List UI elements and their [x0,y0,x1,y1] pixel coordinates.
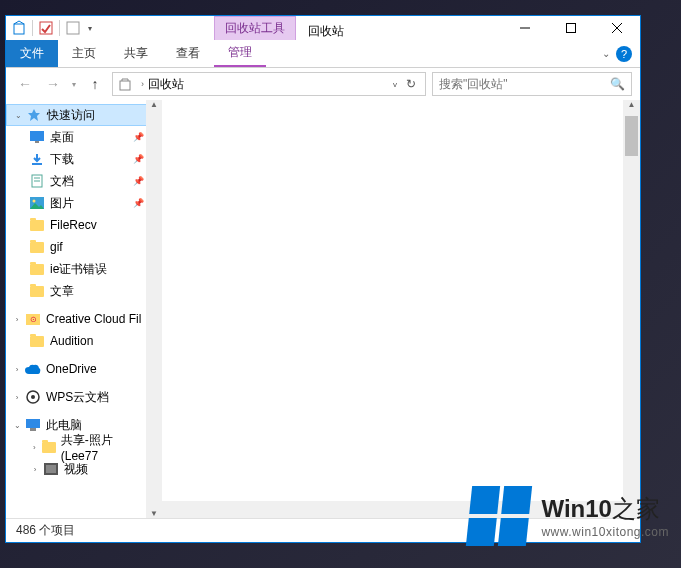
qat-customize-icon[interactable]: ▾ [84,24,96,33]
tree-article[interactable]: 文章 [6,280,162,302]
help-icon[interactable]: ? [616,46,632,62]
svg-point-15 [33,200,36,203]
tree-label: Creative Cloud Fil [46,312,141,326]
pin-icon: 📌 [133,132,144,142]
folder-icon [28,217,46,233]
address-bar[interactable]: › 回收站 v ↻ [112,72,426,96]
contextual-tool-tab: 回收站工具 [214,16,296,40]
minimize-button[interactable] [502,16,548,40]
expand-ribbon-icon[interactable]: ⌄ [602,48,610,59]
svg-rect-0 [14,24,24,34]
expand-icon[interactable]: › [10,393,24,402]
tree-label: Audition [50,334,93,348]
pin-icon: 📌 [133,198,144,208]
tree-label: ie证书错误 [50,261,107,278]
tree-label: OneDrive [46,362,97,376]
svg-rect-7 [120,81,130,90]
tree-quick-access[interactable]: ⌄ 快速访问 [6,104,162,126]
tree-audition[interactable]: Audition [6,330,162,352]
nav-history-icon[interactable]: ▾ [72,80,76,89]
tree-label: 视频 [64,461,88,478]
address-row: ← → ▾ ↑ › 回收站 v ↻ 🔍 [6,68,640,100]
tree-wps[interactable]: › WPS云文档 [6,386,162,408]
svg-rect-4 [567,24,576,33]
nav-forward-button[interactable]: → [42,73,64,95]
svg-rect-19 [30,428,36,431]
folder-icon [28,283,46,299]
content-area[interactable] [162,100,640,518]
folder-icon [28,261,46,277]
address-location[interactable]: 回收站 [148,76,393,93]
tree-label: 文档 [50,173,74,190]
maximize-button[interactable] [548,16,594,40]
refresh-button[interactable]: ↻ [401,77,421,91]
scrollbar-thumb[interactable] [625,116,638,156]
search-box[interactable]: 🔍 [432,72,632,96]
svg-rect-18 [26,419,40,428]
separator [32,20,33,36]
quick-access-toolbar: ▾ [6,19,96,37]
tree-pictures[interactable]: 图片 📌 [6,192,162,214]
expand-icon[interactable]: › [10,315,24,324]
close-button[interactable] [594,16,640,40]
windows-logo-icon [466,486,532,546]
qat-blank-icon[interactable] [64,19,82,37]
folder-icon [28,333,46,349]
nav-up-button[interactable]: ↑ [84,73,106,95]
collapse-icon[interactable]: ⌄ [11,111,25,120]
wps-icon [24,389,42,405]
tab-manage[interactable]: 管理 [214,40,266,67]
search-input[interactable] [439,77,610,91]
tree-label: 快速访问 [47,107,95,124]
video-icon [42,461,60,477]
watermark-title: Win10之家 [541,493,669,525]
tree-filerecv[interactable]: FileRecv [6,214,162,236]
window-title: 回收站 [296,23,356,40]
pc-icon [24,417,42,433]
tree-label: 共享-照片 (Lee77 [61,432,144,463]
recycle-bin-icon[interactable] [10,19,28,37]
svg-rect-2 [67,22,79,34]
onedrive-icon [24,361,42,377]
tree-label: 下载 [50,151,74,168]
tree-documents[interactable]: 文档 📌 [6,170,162,192]
folder-icon [28,239,46,255]
tab-home[interactable]: 主页 [58,40,110,67]
tree-desktop[interactable]: 桌面 📌 [6,126,162,148]
tree-scrollbar[interactable] [146,100,162,518]
tree-onedrive[interactable]: › OneDrive [6,358,162,380]
address-dropdown-icon[interactable]: v [393,80,397,89]
tree-downloads[interactable]: 下载 📌 [6,148,162,170]
tree-creative-cloud[interactable]: › ⊙ Creative Cloud Fil [6,308,162,330]
chevron-right-icon[interactable]: › [141,79,144,89]
tree-label: WPS云文档 [46,389,109,406]
recycle-bin-icon [117,76,133,92]
expand-icon[interactable]: › [28,443,41,452]
documents-icon [28,173,46,189]
tab-view[interactable]: 查看 [162,40,214,67]
tab-file[interactable]: 文件 [6,40,58,67]
expand-icon[interactable]: › [28,465,42,474]
tab-share[interactable]: 共享 [110,40,162,67]
folder-icon [41,439,57,455]
collapse-icon[interactable]: ⌄ [10,421,24,430]
properties-icon[interactable] [37,19,55,37]
expand-icon[interactable]: › [10,365,24,374]
search-icon[interactable]: 🔍 [610,77,625,91]
svg-point-17 [31,395,35,399]
tree-label: 文章 [50,283,74,300]
downloads-icon [28,151,46,167]
creative-cloud-icon: ⊙ [24,311,42,327]
watermark: Win10之家 www.win10xitong.com [469,486,669,546]
vertical-scrollbar[interactable] [623,100,640,518]
navigation-tree[interactable]: ⌄ 快速访问 桌面 📌 下载 📌 文档 📌 图片 [6,100,162,518]
pictures-icon [28,195,46,211]
tree-shared-photos[interactable]: › 共享-照片 (Lee77 [6,436,162,458]
tree-ie-cert[interactable]: ie证书错误 [6,258,162,280]
separator [59,20,60,36]
star-icon [25,107,43,123]
title-bar[interactable]: ▾ 回收站工具 回收站 [6,16,640,40]
tree-label: gif [50,240,63,254]
tree-gif[interactable]: gif [6,236,162,258]
nav-back-button[interactable]: ← [14,73,36,95]
